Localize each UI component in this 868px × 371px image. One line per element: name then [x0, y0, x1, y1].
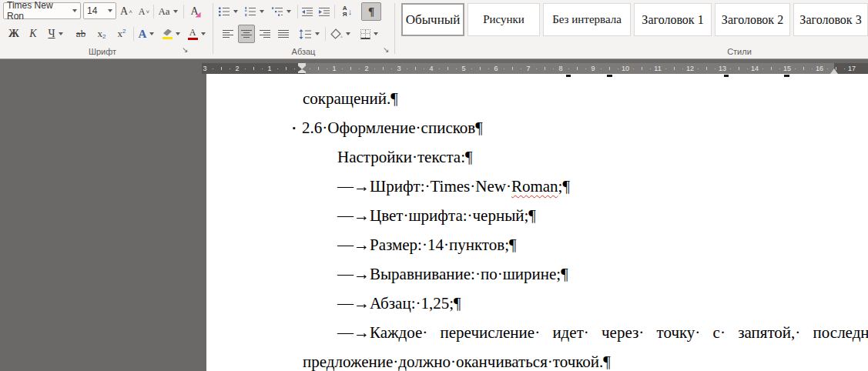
ruler-tick: [424, 69, 424, 69]
superscript-button[interactable]: x2: [112, 25, 131, 43]
chevron-down-icon: [315, 32, 320, 35]
style-normal[interactable]: Обычный: [401, 3, 464, 36]
ruler-tick: [812, 69, 813, 69]
ruler[interactable]: 1231234567891011121314151617: [202, 63, 868, 74]
document-page[interactable]: сокращений.¶▪2.6·Оформление·списков¶Наст…: [206, 74, 868, 371]
font-color-button[interactable]: А: [185, 25, 208, 43]
font-name-combobox[interactable]: Times New Ron: [3, 2, 81, 19]
style-heading-3[interactable]: Заголовок 3: [793, 3, 868, 36]
document-line[interactable]: —→Выравнивание:·по·ширине;¶: [206, 259, 868, 289]
text-highlight-color-button[interactable]: [159, 25, 183, 43]
ruler-number: 10: [622, 65, 629, 72]
chevron-down-icon: [233, 10, 238, 13]
arrow-down-icon: ↓: [348, 7, 353, 16]
subscript-button[interactable]: x2: [92, 25, 111, 43]
document-line[interactable]: ▪2.6·Оформление·списков¶: [206, 113, 868, 142]
bold-button[interactable]: Ж: [5, 25, 23, 43]
ruler-tick: [286, 67, 287, 70]
misspelled-word[interactable]: Roman: [511, 177, 558, 196]
style-heading-2[interactable]: Заголовок 2: [715, 3, 790, 36]
shrink-font-button[interactable]: А˅: [136, 2, 152, 21]
ruler-tick: [650, 69, 651, 69]
clipped-text-fragment: [784, 75, 789, 77]
font-dialog-launcher[interactable]: ↘: [182, 45, 188, 55]
clear-formatting-button[interactable]: А: [186, 2, 206, 21]
ruler-number: 9: [591, 65, 595, 72]
ruler-number: 17: [848, 65, 856, 72]
ruler-tick: [618, 69, 618, 69]
separator: [325, 27, 326, 41]
ruler-tick: [747, 69, 748, 69]
bullets-button[interactable]: [216, 2, 240, 21]
document-line[interactable]: предложение·должно·оканчиваться·точкой.¶: [206, 347, 868, 371]
ruler-number: 1: [267, 65, 271, 72]
ruler-tick: [762, 69, 763, 69]
text-effects-button[interactable]: А: [136, 25, 157, 43]
show-formatting-marks-toggle[interactable]: ¶: [361, 2, 381, 21]
document-line[interactable]: —→Абзац:·1,25;¶: [206, 289, 868, 318]
ruler-tick: [230, 69, 230, 69]
align-left-button[interactable]: [220, 25, 236, 43]
italic-button[interactable]: К: [25, 25, 42, 43]
ruler-tick: [277, 69, 278, 69]
paint-bucket-icon: [330, 28, 343, 39]
style-no-spacing[interactable]: Без интервала: [543, 3, 631, 36]
ruler-tick: [480, 67, 481, 70]
ruler-tick: [512, 67, 513, 70]
decrease-indent-button[interactable]: [300, 2, 315, 21]
ruler-tick: [568, 69, 569, 69]
document-line[interactable]: —→Каждое· перечисление· идет· через· точ…: [206, 318, 868, 347]
chevron-down-icon: [346, 32, 350, 35]
ruler-tick: [318, 67, 319, 70]
numbering-button[interactable]: [243, 2, 266, 21]
ruler-tick: [803, 67, 804, 70]
underline-button[interactable]: Ч: [43, 25, 68, 43]
ruler-number: 1: [332, 65, 336, 72]
ruler-number: 6: [494, 65, 498, 72]
document-line[interactable]: сокращений.¶: [206, 84, 868, 113]
change-case-letters: Аа: [159, 5, 170, 18]
multilevel-list-button[interactable]: [269, 2, 293, 21]
ruler-tick: [715, 69, 716, 69]
ruler-tick: [545, 67, 545, 70]
caret-down-icon: ˅: [146, 8, 150, 15]
justify-button[interactable]: [275, 25, 292, 43]
clipped-text-fragment: [566, 75, 571, 77]
ruler-tick: [674, 67, 675, 70]
increase-indent-button[interactable]: [317, 2, 332, 21]
ruler-tick: [439, 69, 440, 69]
ruler-tick: [609, 67, 610, 70]
grow-font-button[interactable]: А˄: [118, 2, 135, 21]
ruler-number: 14: [751, 65, 759, 72]
strikethrough-button[interactable]: ab: [71, 25, 91, 43]
shading-button[interactable]: [328, 25, 353, 43]
align-right-button[interactable]: [256, 25, 273, 43]
ruler-number: 3: [397, 65, 400, 72]
change-case-button[interactable]: Аа: [156, 2, 180, 21]
style-pictures[interactable]: Рисунки: [468, 3, 540, 36]
sort-button[interactable]: АЯ ↓: [337, 2, 358, 21]
font-size-combobox[interactable]: 14: [83, 2, 116, 19]
ruler-tick: [836, 67, 836, 70]
ruler-tick: [585, 69, 586, 69]
document-line[interactable]: —→Шрифт:·Times·New·Roman;¶: [206, 172, 868, 201]
ruler-tick: [601, 69, 602, 69]
ruler-tick: [407, 69, 407, 69]
document-line[interactable]: —→Размер:·14·пунктов;¶: [206, 230, 868, 259]
bullets-icon: [218, 6, 230, 17]
separator: [297, 5, 298, 18]
line-spacing-button[interactable]: [296, 25, 322, 43]
style-heading-1[interactable]: Заголовок 1: [634, 3, 712, 36]
ruler-tick: [577, 67, 578, 70]
pilcrow-icon: ¶: [368, 5, 374, 18]
ruler-tick: [359, 69, 360, 69]
paragraph-dialog-launcher[interactable]: ↘: [383, 45, 389, 55]
ruler-number: 8: [558, 65, 562, 72]
ribbon: Times New Ron 14 А˄ А˅ Аа А Ж К Ч ab x2 …: [0, 0, 868, 59]
document-line[interactable]: Настройки·текста:¶: [206, 142, 868, 172]
separator: [133, 27, 134, 41]
ruler-number: 16: [816, 65, 823, 72]
borders-button[interactable]: [356, 25, 382, 43]
align-center-button[interactable]: [238, 25, 255, 43]
document-line[interactable]: —→Цвет·шрифта:·черный;¶: [206, 201, 868, 230]
